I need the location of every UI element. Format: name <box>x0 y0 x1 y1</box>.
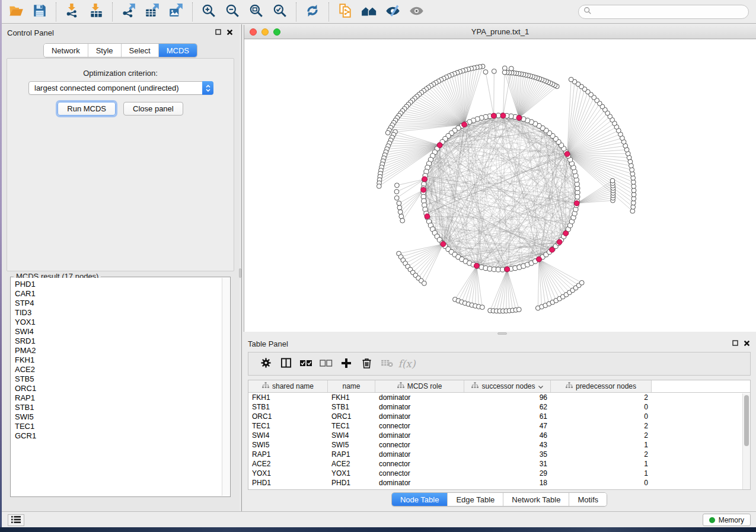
deselect-all-checkboxes-button[interactable] <box>316 354 336 373</box>
export-image-button[interactable] <box>165 2 187 22</box>
run-mcds-button[interactable]: Run MCDS <box>58 102 116 116</box>
network-window-titlebar[interactable]: YPA_prune.txt_1 <box>244 25 756 39</box>
select-all-checkboxes-icon <box>299 359 312 369</box>
tab-motifs[interactable]: Motifs <box>569 493 607 506</box>
table-row[interactable]: TEC1TEC1connector472 <box>248 421 750 431</box>
mcds-result-item[interactable]: STB1 <box>15 403 222 412</box>
column-header-name[interactable]: name <box>328 380 375 392</box>
close-table-panel-icon[interactable] <box>744 340 750 347</box>
control-panel: Control Panel NetworkStyleSelectMCDS Opt… <box>2 24 239 511</box>
table-cell: SWI5 <box>248 441 328 449</box>
tab-mcds[interactable]: MCDS <box>159 44 197 57</box>
tab-edge-table[interactable]: Edge Table <box>448 493 503 506</box>
tab-select[interactable]: Select <box>122 44 159 57</box>
select-all-checkboxes-button[interactable] <box>296 354 316 373</box>
close-panel-icon[interactable] <box>227 29 233 36</box>
column-header-label: successor nodes <box>481 382 535 390</box>
vertical-splitter[interactable] <box>239 24 242 511</box>
column-header-shared-name[interactable]: shared name <box>248 380 328 392</box>
export-network-button[interactable] <box>118 2 139 22</box>
delete-entry-button[interactable] <box>356 354 377 373</box>
mcds-result-item[interactable]: RAP1 <box>15 393 222 403</box>
search-input[interactable] <box>595 8 744 16</box>
mcds-result-item[interactable]: YOX1 <box>15 318 222 327</box>
hide-eye-slash-button[interactable] <box>382 2 403 22</box>
mcds-result-item[interactable]: ACE2 <box>15 365 222 374</box>
table-scrollbar[interactable] <box>742 393 750 489</box>
network-canvas[interactable] <box>244 40 756 332</box>
mcds-result-item[interactable]: ORC1 <box>15 384 222 393</box>
zoom-fit-icon <box>248 3 264 20</box>
tab-network-table[interactable]: Network Table <box>503 493 569 506</box>
mcds-list-scrollbar[interactable] <box>222 278 229 496</box>
table-cell: 0 <box>551 403 652 411</box>
column-header-successor-nodes[interactable]: successor nodes <box>464 380 551 392</box>
open-file-button[interactable] <box>5 2 27 22</box>
column-type-icon <box>471 382 479 390</box>
table-row[interactable]: ACE2ACE2connector311 <box>248 459 750 469</box>
table-row[interactable]: ORC1ORC1dominator610 <box>248 412 750 421</box>
table-row[interactable]: PHD1PHD1dominator180 <box>248 478 750 488</box>
mcds-result-item[interactable]: SWI5 <box>15 412 222 422</box>
criterion-select[interactable]: largest connected component (undirected) <box>28 81 213 95</box>
zoom-out-button[interactable] <box>222 2 243 22</box>
import-network-button[interactable] <box>62 2 83 22</box>
search-box[interactable] <box>578 5 749 19</box>
table-cell: SWI4 <box>248 431 328 440</box>
mcds-result-item[interactable]: CAR1 <box>15 289 222 299</box>
table-cell: dominator <box>375 479 464 487</box>
import-table-button[interactable] <box>85 2 107 22</box>
refresh-view-button[interactable] <box>302 2 323 22</box>
mcds-result-item[interactable]: FKH1 <box>15 355 222 365</box>
table-row[interactable]: YOX1YOX1connector291 <box>248 469 750 478</box>
table-cell: dominator <box>375 431 464 440</box>
copy-document-share-button[interactable] <box>334 2 356 22</box>
mcds-result-item[interactable]: STP4 <box>15 299 222 308</box>
column-header-MCDS-role[interactable]: MCDS role <box>375 380 464 392</box>
select-stepper-icon <box>202 81 213 95</box>
import-table-icon <box>88 3 104 20</box>
mcds-result-item[interactable]: SWI4 <box>15 327 222 336</box>
table-row[interactable]: STB1STB1dominator620 <box>248 402 750 412</box>
tab-network[interactable]: Network <box>44 44 88 57</box>
mcds-result-item[interactable]: TEC1 <box>15 422 222 431</box>
float-panel-icon[interactable] <box>215 29 221 36</box>
network-graph[interactable] <box>244 40 756 332</box>
export-table-button[interactable] <box>142 2 163 22</box>
show-eye-button[interactable] <box>406 2 427 22</box>
mcds-result-item[interactable]: SRD1 <box>15 336 222 346</box>
column-header-predecessor-nodes[interactable]: predecessor nodes <box>551 380 652 392</box>
mcds-result-list[interactable]: PHD1CAR1STP4TID3YOX1SWI4SRD1PMA2FKH1ACE2… <box>11 278 222 496</box>
mcds-result-item[interactable]: PHD1 <box>15 280 222 289</box>
close-panel-button[interactable]: Close panel <box>123 102 183 116</box>
mcds-result-item[interactable]: TID3 <box>15 308 222 318</box>
save-session-button[interactable] <box>29 2 50 22</box>
float-table-panel-icon[interactable] <box>732 340 738 347</box>
task-history-button[interactable] <box>8 514 24 526</box>
memory-button[interactable]: Memory <box>703 514 751 526</box>
vertical-splitter-grip[interactable] <box>239 268 241 278</box>
function-builder-button: f(x) <box>397 354 417 373</box>
table-row[interactable]: SWI4SWI4dominator462 <box>248 431 750 440</box>
mcds-result-item[interactable]: STB5 <box>15 374 222 384</box>
table-cell: ORC1 <box>248 412 328 421</box>
tab-style[interactable]: Style <box>88 44 122 57</box>
table-row[interactable]: RAP1RAP1dominator352 <box>248 450 750 459</box>
mcds-result-item[interactable]: GCR1 <box>15 431 222 441</box>
split-panel-button[interactable] <box>276 354 296 373</box>
settings-gear-button[interactable] <box>256 354 276 373</box>
tab-node-table[interactable]: Node Table <box>392 493 448 506</box>
table-row[interactable]: FKH1FKH1dominator962 <box>248 393 750 402</box>
import-network-icon <box>65 3 80 20</box>
table-row[interactable]: SWI5SWI5connector431 <box>248 440 750 450</box>
home-pair-button[interactable] <box>358 2 379 22</box>
mcds-result-item[interactable]: PMA2 <box>15 346 222 355</box>
toolbar-separator <box>192 2 193 21</box>
add-entry-button[interactable] <box>336 354 356 373</box>
table-cell: ACE2 <box>248 460 328 468</box>
zoom-fit-button[interactable] <box>245 2 267 22</box>
horizontal-splitter-grip[interactable] <box>497 332 507 335</box>
zoom-selected-button[interactable] <box>269 2 291 22</box>
table-scrollbar-thumb[interactable] <box>744 395 749 446</box>
zoom-in-button[interactable] <box>198 2 219 22</box>
